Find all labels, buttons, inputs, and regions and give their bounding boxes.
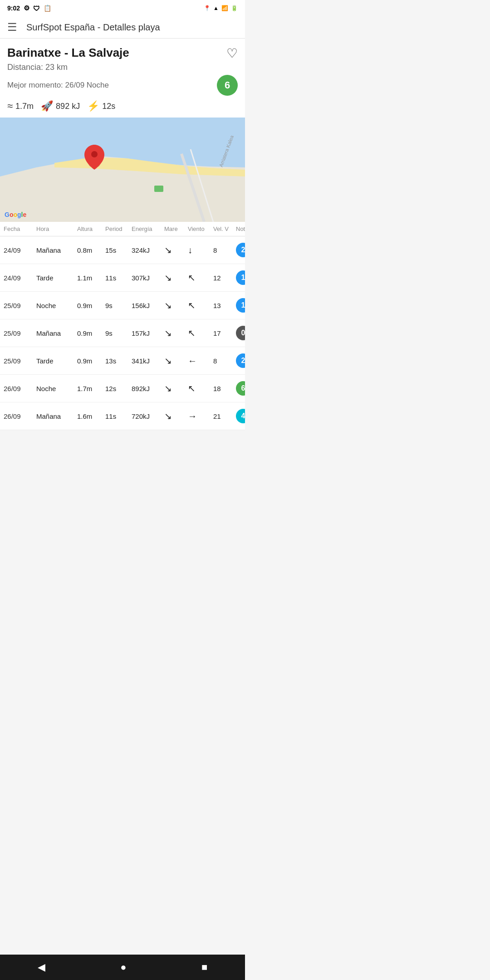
svg-rect-5 [154,186,163,192]
menu-button[interactable]: ☰ [7,21,17,34]
cell-altura: 0.8m [77,246,105,254]
cell-nota: 1 [236,298,245,313]
cell-period: 12s [105,385,132,392]
cell-viento: ↖ [188,272,213,283]
clipboard-icon: 📋 [44,5,51,12]
cell-hora: Noche [36,302,77,309]
time-text: 9:02 [7,5,20,12]
cell-energia: 156kJ [132,302,164,309]
cell-fecha: 25/09 [4,302,36,309]
table-header: Fecha Hora Altura Period Energía Mare Vi… [0,222,245,236]
cell-velv: 13 [213,302,236,309]
period-group: ⚡ 12s [87,100,115,112]
cell-period: 9s [105,302,132,309]
header-nota: Nota [236,225,245,232]
wave-icon: ≈ [7,100,13,112]
cell-altura: 0.9m [77,302,105,309]
settings-icon: ⚙ [24,4,29,12]
cell-hora: Mañana [36,412,77,420]
cell-altura: 1.7m [77,385,105,392]
svg-point-8 [91,151,98,157]
shield-icon: 🛡 [33,5,40,12]
header-altura: Altura [77,225,105,232]
cell-period: 11s [105,274,132,282]
cell-hora: Tarde [36,357,77,365]
table-row: 26/09 Noche 1.7m 12s 892kJ ↘ ↖ 18 6 [0,375,245,402]
cell-nota: 2 [236,353,245,368]
cell-viento: ↖ [188,383,213,394]
status-time: 9:02 ⚙ 🛡 📋 [7,4,51,12]
cell-marea: ↘ [164,272,188,283]
score-badge: 6 [217,75,238,96]
cell-velv: 21 [213,412,236,420]
table-row: 24/09 Tarde 1.1m 11s 307kJ ↘ ↖ 12 1 [0,264,245,292]
cell-period: 15s [105,246,132,254]
cell-period: 13s [105,357,132,365]
beach-name: Barinatxe - La Salvaje [7,46,129,60]
energy-group: 🚀 892 kJ [41,100,80,112]
table-row: 26/09 Mañana 1.6m 11s 720kJ ↘ → 21 4 [0,402,245,430]
cell-nota: 0 [236,326,245,340]
beach-info: Barinatxe - La Salvaje ♡ Distancia: 23 k… [0,39,245,118]
cell-fecha: 24/09 [4,274,36,282]
table-row: 25/09 Mañana 0.9m 9s 157kJ ↘ ↖ 17 0 [0,319,245,347]
cell-energia: 341kJ [132,357,164,365]
cell-altura: 1.6m [77,412,105,420]
location-icon: 📍 [204,5,211,11]
map-container[interactable]: Arriatera Kalea Google [0,118,245,222]
cell-velv: 8 [213,246,236,254]
cell-viento: ↖ [188,300,213,311]
cell-viento: ↓ [188,245,213,255]
signal-icon: 📶 [221,5,228,11]
cell-altura: 1.1m [77,274,105,282]
cell-fecha: 26/09 [4,412,36,420]
cell-fecha: 25/09 [4,329,36,337]
header-viento: Viento [188,225,213,232]
period-icon: ⚡ [87,100,99,112]
table-row: 25/09 Tarde 0.9m 13s 341kJ ↘ ← 8 2 [0,347,245,375]
wave-height-group: ≈ 1.7m [7,100,34,112]
cell-nota: 2 [236,243,245,257]
table-row: 25/09 Noche 0.9m 9s 156kJ ↘ ↖ 13 1 [0,292,245,319]
google-logo: Google [5,211,26,218]
cell-energia: 307kJ [132,274,164,282]
cell-nota: 4 [236,409,245,423]
battery-icon: 🔋 [231,5,238,11]
cell-period: 11s [105,412,132,420]
cell-velv: 8 [213,357,236,365]
cell-energia: 157kJ [132,329,164,337]
cell-hora: Tarde [36,274,77,282]
table-rows-container: 24/09 Mañana 0.8m 15s 324kJ ↘ ↓ 8 2 24/0… [0,236,245,430]
cell-hora: Noche [36,385,77,392]
cell-period: 9s [105,329,132,337]
cell-hora: Mañana [36,246,77,254]
cell-energia: 720kJ [132,412,164,420]
cell-nota: 1 [236,270,245,285]
page-title: SurfSpot España - Detalles playa [26,22,160,33]
cell-fecha: 26/09 [4,385,36,392]
cell-altura: 0.9m [77,357,105,365]
header-mare: Mare [164,225,188,232]
wave-stats: ≈ 1.7m 🚀 892 kJ ⚡ 12s [7,100,238,112]
cell-marea: ↘ [164,383,188,394]
cell-altura: 0.9m [77,329,105,337]
cell-marea: ↘ [164,300,188,311]
header-velv: Vel. V [213,225,236,232]
cell-marea: ↘ [164,245,188,255]
cell-velv: 18 [213,385,236,392]
wave-height: 1.7m [15,102,34,111]
wifi-icon: ▲ [213,5,219,11]
forecast-table: Fecha Hora Altura Period Energía Mare Vi… [0,222,245,430]
status-icons: 📍 ▲ 📶 🔋 [204,5,238,11]
header-energia: Energía [132,225,164,232]
cell-velv: 17 [213,329,236,337]
header-hora: Hora [36,225,77,232]
header-period: Period [105,225,132,232]
best-moment-text: Mejor momento: 26/09 Noche [7,81,109,90]
distance-text: Distancia: 23 km [7,63,238,72]
favorite-button[interactable]: ♡ [226,46,238,61]
cell-velv: 12 [213,274,236,282]
period-value: 12s [102,102,115,111]
cell-fecha: 24/09 [4,246,36,254]
table-row: 24/09 Mañana 0.8m 15s 324kJ ↘ ↓ 8 2 [0,236,245,264]
